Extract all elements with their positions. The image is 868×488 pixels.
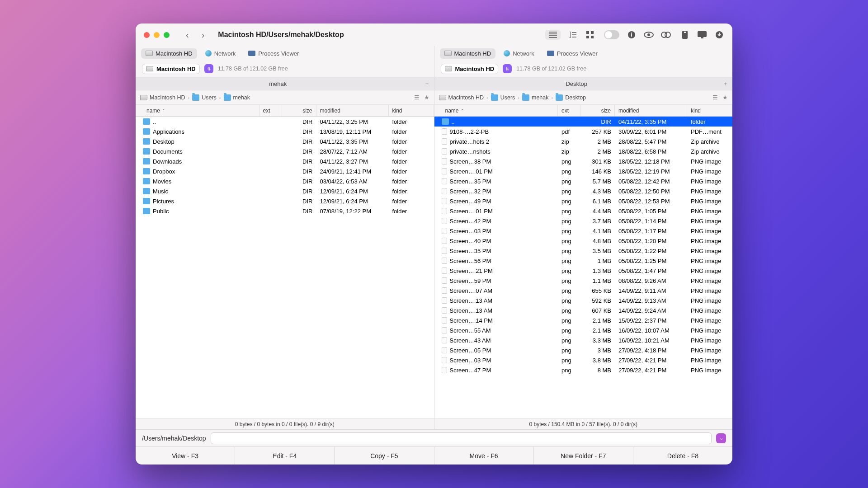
file-row[interactable]: ..DIR04/11/22, 3:35 PMfolder (434, 117, 733, 127)
file-row[interactable]: ..DIR04/11/22, 3:25 PMfolder (136, 117, 434, 127)
file-row[interactable]: Screen…43 AMpng3.3 MB16/09/22, 10:21 AMP… (434, 335, 733, 345)
volume-stepper[interactable]: ⇅ (204, 64, 213, 73)
crumb-item[interactable]: Macintosh HD (439, 94, 484, 101)
path-input[interactable] (211, 432, 712, 444)
list-mode-icon[interactable]: ☰ (414, 94, 420, 101)
file-row[interactable]: Screen….01 PMpng4.4 MB05/08/22, 1:05 PMP… (434, 206, 733, 216)
fn-button[interactable]: Edit - F4 (235, 447, 335, 465)
file-row[interactable]: Screen…35 PMpng5.7 MB05/08/22, 12:42 PMP… (434, 176, 733, 186)
folder-icon (143, 158, 150, 164)
tab-macintosh-hd[interactable]: Macintosh HD (141, 48, 197, 59)
list-mode-icon[interactable]: ☰ (712, 94, 718, 101)
crumb-item[interactable]: Macintosh HD (140, 94, 185, 101)
crumb-item[interactable]: Users (192, 94, 217, 101)
file-row[interactable]: Screen…40 PMpng4.8 MB05/08/22, 1:20 PMPN… (434, 236, 733, 246)
file-row[interactable]: 9108-…2-2-PBpdf257 KB30/09/22, 6:01 PMPD… (434, 127, 733, 136)
file-row[interactable]: Screen….01 PMpng146 KB18/05/22, 12:19 PM… (434, 166, 733, 176)
col-name[interactable]: name ⌃ (434, 105, 558, 116)
col-ext[interactable]: ext (259, 105, 282, 116)
col-name[interactable]: name ⌃ (136, 105, 259, 116)
tab-network[interactable]: Network (499, 48, 539, 59)
file-row[interactable]: MusicDIR12/09/21, 6:24 PMfolder (136, 186, 434, 196)
file-row[interactable]: private…hots 2zip2 MB28/08/22, 5:47 PMZi… (434, 136, 733, 146)
fn-button[interactable]: Delete - F8 (633, 447, 732, 465)
file-row[interactable]: PicturesDIR12/09/21, 6:24 PMfolder (136, 196, 434, 206)
file-row[interactable]: Screen…05 PMpng3 MB27/09/22, 4:18 PMPNG … (434, 345, 733, 355)
file-list[interactable]: ..DIR04/11/22, 3:35 PMfolder9108-…2-2-PB… (434, 117, 733, 418)
dark-mode-toggle[interactable] (604, 30, 619, 39)
volume-stepper[interactable]: ⇅ (503, 64, 512, 73)
tab-macintosh-hd[interactable]: Macintosh HD (440, 48, 496, 59)
app-window: ‹ › Macintosh HD/Users/mehak/Desktop i (136, 23, 732, 465)
fn-button[interactable]: Copy - F5 (335, 447, 434, 465)
crumb-item[interactable]: Users (491, 94, 515, 101)
freespace-label: 11.78 GB of 121.02 GB free (516, 66, 586, 72)
crumb-item[interactable]: Desktop (556, 94, 586, 101)
new-tab-button[interactable]: + (420, 80, 434, 87)
forward-button[interactable]: › (202, 30, 205, 40)
folder-tab[interactable]: mehak (136, 80, 420, 87)
file-row[interactable]: Screen….13 AMpng592 KB14/09/22, 9:13 AMP… (434, 296, 733, 305)
tab-process-viewer[interactable]: Process Viewer (244, 48, 303, 59)
col-size[interactable]: size (282, 105, 316, 116)
file-row[interactable]: MoviesDIR03/04/22, 6:53 AMfolder (136, 176, 434, 186)
path-dropdown[interactable]: ⌄ (716, 433, 726, 443)
fn-button[interactable]: View - F3 (136, 447, 235, 465)
file-row[interactable]: DropboxDIR24/09/21, 12:41 PMfolder (136, 166, 434, 176)
col-kind[interactable]: kind (389, 105, 434, 116)
file-row[interactable]: Screen….14 PMpng2.1 MB15/09/22, 2:37 PMP… (434, 315, 733, 325)
svg-rect-2 (591, 31, 594, 34)
view-grid-icon[interactable] (585, 30, 595, 40)
file-row[interactable]: Screen…42 PMpng3.7 MB05/08/22, 1:14 PMPN… (434, 216, 733, 226)
crumb-item[interactable]: mehak (522, 94, 549, 101)
zoom-button[interactable] (164, 32, 170, 38)
crumb-item[interactable]: mehak (224, 94, 250, 101)
back-button[interactable]: ‹ (186, 30, 189, 40)
col-ext[interactable]: ext (558, 105, 580, 116)
col-modified[interactable]: modified (316, 105, 389, 116)
favorite-icon[interactable]: ★ (424, 94, 429, 101)
archive-icon[interactable] (680, 30, 690, 40)
fn-button[interactable]: New Folder - F7 (534, 447, 633, 465)
view-list-icon[interactable] (545, 30, 561, 40)
file-row[interactable]: Screen…03 PMpng4.1 MB05/08/22, 1:17 PMPN… (434, 226, 733, 236)
favorite-icon[interactable]: ★ (722, 94, 728, 101)
col-size[interactable]: size (580, 105, 615, 116)
file-row[interactable]: PublicDIR07/08/19, 12:22 PMfolder (136, 206, 434, 216)
file-row[interactable]: Screen…55 AMpng2.1 MB16/09/22, 10:07 AMP… (434, 325, 733, 335)
file-row[interactable]: Screen….07 AMpng655 KB14/09/22, 9:11 AMP… (434, 286, 733, 296)
col-modified[interactable]: modified (615, 105, 687, 116)
file-row[interactable]: ApplicationsDIR13/08/19, 12:11 PMfolder (136, 127, 434, 136)
folder-tab[interactable]: Desktop (434, 80, 719, 87)
file-row[interactable]: DocumentsDIR28/07/22, 7:12 AMfolder (136, 146, 434, 156)
file-row[interactable]: Screen…56 PMpng1 MB05/08/22, 1:25 PMPNG … (434, 256, 733, 266)
file-row[interactable]: Screen…32 PMpng4.3 MB05/08/22, 12:50 PMP… (434, 186, 733, 196)
file-row[interactable]: DesktopDIR04/11/22, 3:35 PMfolder (136, 136, 434, 146)
airdrop-icon[interactable] (661, 30, 671, 40)
info-icon[interactable]: i (627, 30, 637, 40)
file-row[interactable]: DownloadsDIR04/11/22, 3:27 PMfolder (136, 156, 434, 166)
file-list[interactable]: ..DIR04/11/22, 3:25 PMfolderApplications… (136, 117, 434, 418)
file-row[interactable]: Screen…49 PMpng6.1 MB05/08/22, 12:53 PMP… (434, 196, 733, 206)
quicklook-icon[interactable] (644, 30, 654, 40)
tab-network[interactable]: Network (201, 48, 241, 59)
file-row[interactable]: Screen…38 PMpng301 KB18/05/22, 12:18 PMP… (434, 156, 733, 166)
file-row[interactable]: private…nshotszip2 MB18/08/22, 6:58 PMZi… (434, 146, 733, 156)
fn-button[interactable]: Move - F6 (434, 447, 534, 465)
file-row[interactable]: Screen….13 AMpng607 KB14/09/22, 9:24 AMP… (434, 305, 733, 315)
file-row[interactable]: Screen….21 PMpng1.3 MB05/08/22, 1:47 PMP… (434, 266, 733, 276)
close-button[interactable] (144, 32, 150, 38)
file-row[interactable]: Screen…35 PMpng3.5 MB05/08/22, 1:22 PMPN… (434, 246, 733, 256)
view-columns-icon[interactable] (568, 30, 578, 40)
download-icon[interactable] (714, 30, 724, 40)
file-row[interactable]: Screen…47 PMpng8 MB27/09/22, 4:21 PMPNG … (434, 365, 733, 375)
display-icon[interactable] (697, 30, 707, 40)
tab-process-viewer[interactable]: Process Viewer (542, 48, 602, 59)
file-row[interactable]: Screen…03 PMpng3.8 MB27/09/22, 4:21 PMPN… (434, 355, 733, 365)
volume-selector[interactable]: Macintosh HD (142, 64, 200, 74)
minimize-button[interactable] (154, 32, 160, 38)
new-tab-button[interactable]: + (719, 80, 732, 87)
col-kind[interactable]: kind (687, 105, 732, 116)
volume-selector[interactable]: Macintosh HD (441, 64, 499, 74)
file-row[interactable]: Screen…59 PMpng1.1 MB08/08/22, 9:26 AMPN… (434, 276, 733, 286)
